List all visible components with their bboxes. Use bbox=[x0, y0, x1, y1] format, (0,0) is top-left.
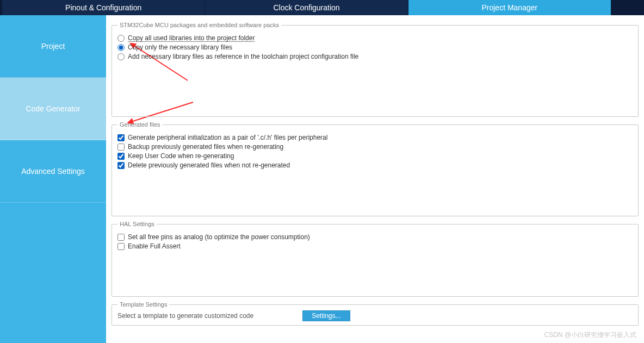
sidebar-empty bbox=[0, 203, 106, 343]
check-enable-full-assert-label: Enable Full Assert bbox=[128, 242, 181, 250]
group-packages-legend: STM32Cube MCU packages and embedded soft… bbox=[117, 22, 281, 28]
sidebar-item-advanced-label: Advanced Settings bbox=[21, 167, 85, 176]
group-packages: STM32Cube MCU packages and embedded soft… bbox=[112, 22, 639, 117]
check-backup-input[interactable] bbox=[117, 144, 125, 151]
sidebar-item-code-generator[interactable]: Code Generator bbox=[0, 78, 106, 140]
group-template-settings: Template Settings Select a template to g… bbox=[112, 301, 639, 326]
check-pair-files-label: Generate peripheral initialization as a … bbox=[128, 134, 327, 141]
top-tabbar: Pinout & Configuration Clock Configurati… bbox=[0, 0, 644, 15]
watermark-text: CSDN @小白研究僧学习嵌入式 bbox=[544, 330, 636, 340]
check-backup-label: Backup previously generated files when r… bbox=[128, 143, 283, 151]
check-delete-old-input[interactable] bbox=[117, 162, 125, 169]
sidebar-item-project[interactable]: Project bbox=[0, 15, 106, 78]
radio-copy-necessary[interactable]: Copy only the necessary library files bbox=[117, 43, 633, 51]
tab-pinout[interactable]: Pinout & Configuration bbox=[2, 0, 205, 15]
tab-clock-label: Clock Configuration bbox=[273, 3, 339, 12]
group-hal-legend: HAL Settings bbox=[117, 221, 157, 227]
sidebar-item-advanced-settings[interactable]: Advanced Settings bbox=[0, 140, 106, 203]
tab-pinout-label: Pinout & Configuration bbox=[65, 3, 141, 12]
radio-copy-all-input[interactable] bbox=[117, 35, 125, 42]
check-delete-old[interactable]: Delete previously generated files when n… bbox=[117, 161, 633, 169]
template-settings-button[interactable]: Settings... bbox=[302, 310, 350, 321]
group-hal-settings: HAL Settings Set all free pins as analog… bbox=[112, 221, 639, 297]
check-free-pins-analog-label: Set all free pins as analog (to optimize… bbox=[128, 233, 310, 241]
check-backup[interactable]: Backup previously generated files when r… bbox=[117, 143, 633, 151]
check-delete-old-label: Delete previously generated files when n… bbox=[128, 161, 290, 169]
check-keep-user-code[interactable]: Keep User Code when re-generating bbox=[117, 152, 633, 160]
check-enable-full-assert-input[interactable] bbox=[117, 243, 125, 250]
template-description: Select a template to generate customized… bbox=[117, 312, 253, 320]
content-panel: STM32Cube MCU packages and embedded soft… bbox=[106, 15, 644, 343]
tab-project-manager-label: Project Manager bbox=[481, 3, 537, 12]
tab-project-manager[interactable]: Project Manager bbox=[408, 0, 611, 15]
radio-copy-all-label: Copy all used libraries into the project… bbox=[128, 34, 255, 42]
check-free-pins-analog-input[interactable] bbox=[117, 234, 125, 241]
radio-copy-necessary-input[interactable] bbox=[117, 44, 125, 51]
group-generated-legend: Generated files bbox=[117, 121, 163, 128]
check-pair-files-input[interactable] bbox=[117, 134, 125, 141]
radio-add-reference-input[interactable] bbox=[117, 53, 125, 60]
group-template-legend: Template Settings bbox=[117, 301, 169, 308]
sidebar-item-code-generator-label: Code Generator bbox=[26, 104, 80, 113]
group-generated-files: Generated files Generate peripheral init… bbox=[112, 121, 639, 216]
tabbar-right-spacer bbox=[611, 0, 644, 15]
check-keep-user-code-input[interactable] bbox=[117, 153, 125, 160]
radio-add-reference[interactable]: Add necessary library files as reference… bbox=[117, 53, 633, 60]
radio-copy-necessary-label: Copy only the necessary library files bbox=[128, 43, 232, 51]
tab-clock[interactable]: Clock Configuration bbox=[205, 0, 408, 15]
sidebar-item-project-label: Project bbox=[41, 42, 65, 51]
check-free-pins-analog[interactable]: Set all free pins as analog (to optimize… bbox=[117, 233, 633, 241]
check-enable-full-assert[interactable]: Enable Full Assert bbox=[117, 242, 633, 250]
check-pair-files[interactable]: Generate peripheral initialization as a … bbox=[117, 134, 633, 141]
main-area: Project Code Generator Advanced Settings… bbox=[0, 15, 644, 343]
radio-copy-all[interactable]: Copy all used libraries into the project… bbox=[117, 34, 633, 42]
radio-add-reference-label: Add necessary library files as reference… bbox=[128, 53, 358, 60]
check-keep-user-code-label: Keep User Code when re-generating bbox=[128, 152, 234, 160]
sidebar: Project Code Generator Advanced Settings bbox=[0, 15, 106, 343]
